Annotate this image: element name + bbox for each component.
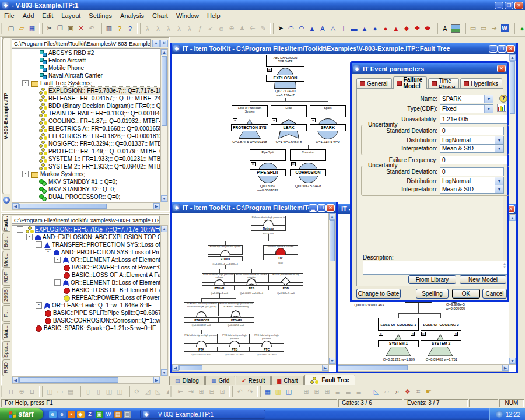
leak-desc[interactable]: Leak (271, 105, 307, 117)
open-folder-icon[interactable]: ▱ (16, 23, 27, 34)
release-tree-window[interactable]: ◆ IT - Item ToolKit - C:\Program Files\I… (170, 202, 338, 373)
release-tree-canvas[interactable]: Release due to high pressure in columnRe… (172, 213, 329, 365)
menu-file[interactable]: File (0, 12, 19, 20)
stack3-icon[interactable]: ≣ (354, 386, 364, 397)
distribute-h-icon[interactable]: ◫ (44, 386, 55, 397)
tree-item[interactable]: SYSTEM 1:: FR=1.933;:: Q=0.01231:: MTBF=… (12, 155, 160, 163)
lambda-c-icon[interactable]: λ (174, 23, 184, 34)
lambda-i-icon[interactable]: λ (163, 23, 174, 34)
panel-tab-spar[interactable]: Spar... (2, 341, 10, 358)
bar-gate-icon[interactable]: ▬ (349, 23, 359, 34)
stack2-icon[interactable]: ≣ (343, 386, 354, 397)
valign2-icon[interactable]: ⊞ (312, 386, 322, 397)
expander-icon[interactable]: - (45, 249, 51, 256)
tree-item[interactable]: ELECTRICS B:: FR=0.1826;:: Q=0.0001812::… (12, 132, 160, 140)
window1-maximize-button[interactable]: ❐ (498, 45, 506, 52)
std-dev-2-input[interactable]: 0 (440, 167, 504, 176)
z-app-icon[interactable]: Z (86, 411, 94, 418)
align-middle-icon[interactable]: ⊕ (16, 386, 27, 397)
stack1-icon[interactable]: ≣ (332, 386, 343, 397)
undeveloped-event-icon[interactable]: ▲ (391, 23, 401, 34)
plus-event-icon[interactable]: ✚ (412, 23, 422, 34)
align-bottom-icon[interactable]: ⊔ (27, 386, 37, 397)
element-of-icon[interactable]: ∈ (247, 23, 258, 34)
print-icon[interactable]: ▥ (104, 23, 114, 34)
menu-analysis[interactable]: Analysis (116, 12, 148, 20)
dialog-tab-general[interactable]: General (356, 78, 392, 89)
pan-hand-icon[interactable]: ☛ (424, 386, 434, 397)
pipe-split-name[interactable]: PIPE SPLIT (250, 169, 286, 176)
align-top-icon[interactable]: ⊓ (6, 386, 16, 397)
ruler-icon[interactable]: ◺ (371, 386, 382, 397)
save-icon[interactable]: ▦ (27, 23, 37, 34)
ft2-name-9[interactable]: PTB (217, 346, 252, 352)
view-tab-result[interactable]: ✔Result (236, 376, 271, 385)
structure-tree-item[interactable]: -OR::ELEMENT B::Loss of Element B::Q=0.0… (12, 279, 160, 286)
copy-icon[interactable]: ❐ (55, 23, 65, 34)
firefox-icon[interactable]: ◗ (68, 411, 75, 418)
undo-icon[interactable]: ↶ (86, 23, 97, 34)
tree-item[interactable]: -Fault Tree Systems; (12, 79, 160, 87)
tree-item[interactable]: Falcon Aircraft (12, 57, 160, 64)
description-textarea[interactable]: ▲▼ (363, 261, 508, 275)
menu-help[interactable]: Help (203, 12, 225, 20)
size-b-icon[interactable]: ▯ (93, 386, 104, 397)
dialog-tab-hyperlinks[interactable]: Hyperlinks (460, 78, 502, 89)
lambda-t-icon[interactable]: λ (153, 23, 163, 34)
page-color-icon[interactable]: ▥ (273, 386, 284, 397)
priority-gate-icon[interactable]: ▲ (307, 23, 317, 34)
window2-vscrollbar[interactable]: ▲ ▼ (328, 213, 336, 365)
event-circle-icon[interactable]: ● (370, 23, 380, 34)
change-to-gate-button[interactable]: Change to Gate (356, 289, 401, 299)
zoom-icon[interactable]: ⌕ (392, 386, 402, 397)
structure-tree-item[interactable]: BASIC::PIPE SPLIT::Pipe Split::Q=0.6067:… (12, 309, 160, 317)
ft2-name-1[interactable]: FTPI/O (208, 256, 243, 261)
picture-icon[interactable] (450, 23, 461, 34)
shield-icon[interactable]: ◆ (77, 411, 85, 418)
crop-icon[interactable]: ⌗ (413, 386, 424, 397)
clamp-bottom-icon[interactable]: ▭ (478, 23, 489, 34)
vote-gate-icon[interactable]: A (317, 23, 328, 34)
fit-sel-icon[interactable]: ⊟ (206, 386, 217, 397)
grid-icon[interactable]: ▦ (262, 386, 273, 397)
word-app-icon[interactable]: W (105, 411, 113, 418)
ft2-name-10[interactable]: PTC (249, 346, 284, 352)
dialog-tab-time-phase[interactable]: Time Phase (428, 78, 459, 89)
link-on-icon[interactable]: ● (517, 23, 525, 34)
structure-tree-item[interactable]: -EXPLOSION:: FR=5.783e-7;::Q=7.717e-10::… (12, 226, 160, 233)
gear-icon[interactable]: ⊕ (226, 23, 237, 34)
lambda-n-icon[interactable]: λ (184, 23, 195, 34)
loss-of-cooling-1-box[interactable]: LOSS OF COOLING 1 (378, 318, 419, 331)
rotate-left-icon[interactable]: ◿ (142, 386, 153, 397)
frame-icon[interactable]: ▱ (382, 386, 392, 397)
structure-tree-item[interactable]: BASIC::SPARK::Spark::Q=1.21e-5::w=0::IE (12, 324, 160, 332)
view-tab-grid[interactable]: ▦Grid (205, 376, 235, 385)
or-gate-icon[interactable]: ◠ (296, 23, 307, 34)
panel-tab-faul[interactable]: Faul... (2, 215, 10, 232)
failure-frequency-input[interactable]: 0 (440, 156, 508, 164)
tree-item[interactable]: -Markov Systems; (12, 170, 160, 178)
dialog-close-button[interactable]: ✕ (497, 65, 506, 72)
valign3-icon[interactable]: ⊞ (322, 386, 332, 397)
window3-vscrollbar[interactable]: ▲ ▼ (509, 214, 516, 365)
size-d-icon[interactable]: ◫ (114, 386, 125, 397)
person-icon[interactable]: ♟ (237, 23, 247, 34)
std-dev-1-input[interactable]: 0 (440, 127, 504, 135)
text-label-icon[interactable]: A (440, 23, 450, 34)
window2-maximize-button[interactable]: ❐ (317, 204, 326, 212)
menu-settings[interactable]: Settings (85, 12, 116, 20)
panel-tab-bel[interactable]: Bel... (2, 233, 10, 250)
expander-icon[interactable]: - (17, 226, 23, 233)
and-gate-icon[interactable]: ◠ (286, 23, 296, 34)
rotate-icon[interactable]: ⟳ (132, 386, 142, 397)
panel-tab-mai[interactable]: Mai... (2, 323, 10, 340)
spelling-button[interactable]: Spelling (416, 289, 449, 299)
office-app-icon[interactable]: ▤ (114, 411, 122, 418)
diamond-event-icon[interactable]: ◆ (401, 23, 412, 34)
ft2-name-3[interactable]: FTOHP (202, 285, 237, 290)
top-event-desc[interactable]: ABC EXPLOSION TOP GATE (266, 55, 304, 66)
system-1-name[interactable]: SYSTEM 1 (378, 340, 419, 347)
hint-lamp-icon[interactable]: ? (499, 94, 508, 103)
fit-page-icon[interactable]: ⊞ (196, 386, 206, 397)
desktop-icon[interactable]: ▢ (124, 411, 131, 418)
